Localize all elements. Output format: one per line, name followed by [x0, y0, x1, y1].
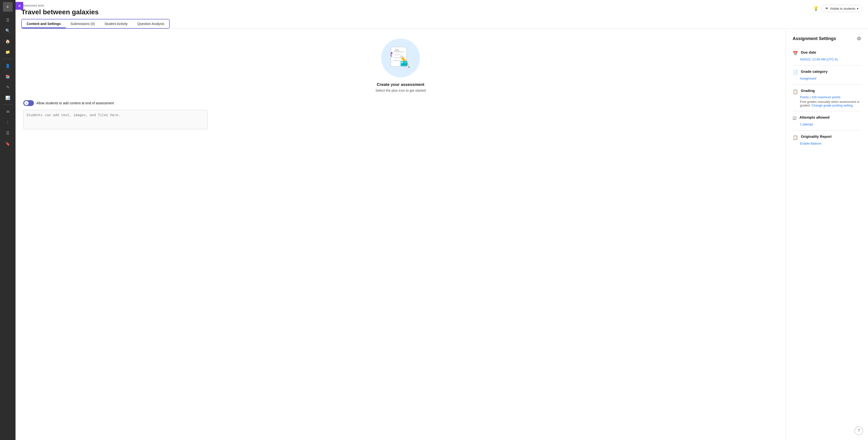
- sidebar-icon-book[interactable]: 📚: [3, 72, 12, 81]
- sidebar-icon-list[interactable]: ☰: [3, 128, 12, 137]
- close-button[interactable]: ✕: [16, 2, 23, 10]
- sidebar-icon-1[interactable]: ☰: [3, 16, 12, 24]
- sidebar-icon-mail[interactable]: ✉: [3, 107, 12, 116]
- sidebar-icon-pencil[interactable]: ✎: [3, 83, 12, 91]
- sidebar-divider-1: [2, 59, 13, 59]
- eye-icon: 👁: [825, 6, 829, 10]
- allow-students-toggle[interactable]: [23, 100, 34, 106]
- center-panel: Abc: [16, 29, 785, 440]
- grading-separator: |: [810, 95, 810, 99]
- toggle-slider: [23, 100, 34, 106]
- sidebar-icon-home[interactable]: 🏠: [3, 37, 12, 46]
- enable-baboon-link[interactable]: Enable Baboon: [800, 142, 822, 145]
- settings-item-originality-header: 📋 Originality Report: [793, 135, 861, 140]
- settings-item-grade-category: 📄 Grade category Assignment: [793, 65, 861, 85]
- originality-icon: 📋: [793, 135, 798, 140]
- sidebar-icon-folder[interactable]: 📁: [3, 48, 12, 56]
- due-date-value[interactable]: 4/20/23, 12:00 AM (UTC-5): [800, 57, 838, 61]
- tab-submissions[interactable]: Submissions (0): [66, 20, 100, 28]
- settings-item-attempts: ☑ Attempts allowed 1 attempt: [793, 111, 861, 130]
- illustration-area: Abc: [23, 38, 778, 92]
- grading-label: Grading: [801, 89, 815, 93]
- students-content-textarea[interactable]: [23, 110, 208, 129]
- toggle-label: Allow students to add content at end of …: [36, 101, 114, 105]
- due-date-label: Due date: [801, 50, 816, 54]
- svg-point-13: [401, 62, 403, 63]
- tab-bar: Content and Settings Submissions (0) Stu…: [21, 19, 169, 29]
- right-panel-header: Assignment Settings ⚙: [793, 36, 861, 41]
- body-content: Abc: [16, 29, 868, 440]
- tab-question-analysis[interactable]: Question Analysis: [132, 20, 169, 28]
- main-content: 💡 👁 Visible to students ▾ Assessment tes…: [16, 0, 868, 440]
- chevron-down-icon: ▾: [857, 7, 859, 10]
- visibility-label: Visible to students: [830, 7, 856, 10]
- attempts-label: Attempts allowed: [799, 115, 830, 119]
- page-title: Travel between galaxies: [21, 8, 862, 16]
- right-panel: Assignment Settings ⚙ 📅 Due date 4/20/23…: [785, 29, 868, 440]
- originality-label: Originality Report: [801, 135, 832, 139]
- sidebar-icon-search[interactable]: 🔍: [3, 26, 12, 35]
- settings-item-grading: 📋 Grading Points | 100 maximum points Po…: [793, 85, 861, 111]
- grade-category-icon: 📄: [793, 70, 798, 75]
- breadcrumb: Assessment tests: [21, 4, 862, 7]
- settings-item-due-date-header: 📅 Due date: [793, 50, 861, 56]
- grading-icon: 📋: [793, 89, 798, 94]
- settings-item-grade-category-header: 📄 Grade category: [793, 69, 861, 75]
- help-button[interactable]: ?: [855, 427, 863, 435]
- svg-text:Abc: Abc: [394, 48, 400, 52]
- grade-category-value[interactable]: Assignment: [800, 77, 816, 80]
- settings-item-grading-header: 📋 Grading: [793, 89, 861, 94]
- attempts-value[interactable]: 1 attempt: [800, 122, 813, 126]
- create-assessment-subtitle: Select the plus icon to get started: [375, 89, 426, 92]
- allow-students-toggle-row: Allow students to add content at end of …: [23, 100, 114, 106]
- grading-max-points-value[interactable]: 100 maximum points: [811, 95, 841, 99]
- sidebar: C ☰ 🔍 🏠 📁 👤 📚 ✎ 📊 ✉ ⋮ ☰ 🔖: [0, 0, 16, 440]
- header-actions: 💡 👁 Visible to students ▾: [813, 5, 862, 12]
- page-header: Assessment tests Travel between galaxies…: [16, 0, 868, 29]
- settings-item-originality: 📋 Originality Report Enable Baboon: [793, 130, 861, 149]
- create-assessment-title: Create your assessment: [377, 82, 425, 87]
- calendar-icon: 📅: [793, 51, 798, 56]
- settings-item-attempts-header: ☑ Attempts allowed: [793, 115, 861, 121]
- illustration-circle: Abc: [381, 38, 420, 77]
- change-grade-posting-link[interactable]: Change grade posting setting.: [811, 104, 854, 107]
- gear-button[interactable]: ⚙: [857, 36, 861, 41]
- tab-content-settings[interactable]: Content and Settings: [22, 20, 66, 28]
- sidebar-brand: C: [3, 2, 12, 12]
- visibility-button[interactable]: 👁 Visible to students ▾: [822, 5, 862, 12]
- grade-category-label: Grade category: [801, 69, 828, 74]
- sidebar-icon-chart[interactable]: 📊: [3, 93, 12, 102]
- grading-note: Post grades manually when assessment is …: [800, 100, 861, 107]
- assessment-illustration: Abc: [386, 43, 415, 72]
- sidebar-divider-2: [2, 105, 13, 105]
- tab-student-activity[interactable]: Student Activity: [100, 20, 132, 28]
- assignment-settings-title: Assignment Settings: [793, 36, 836, 41]
- attempts-icon: ☑: [793, 116, 797, 121]
- sidebar-icon-menu[interactable]: ⋮: [3, 118, 12, 127]
- sidebar-icon-people[interactable]: 👤: [3, 61, 12, 70]
- lightbulb-icon: 💡: [813, 6, 818, 11]
- sidebar-icon-bookmark[interactable]: 🔖: [3, 139, 12, 148]
- grading-points-value[interactable]: Points: [800, 95, 809, 99]
- settings-item-due-date: 📅 Due date 4/20/23, 12:00 AM (UTC-5): [793, 46, 861, 65]
